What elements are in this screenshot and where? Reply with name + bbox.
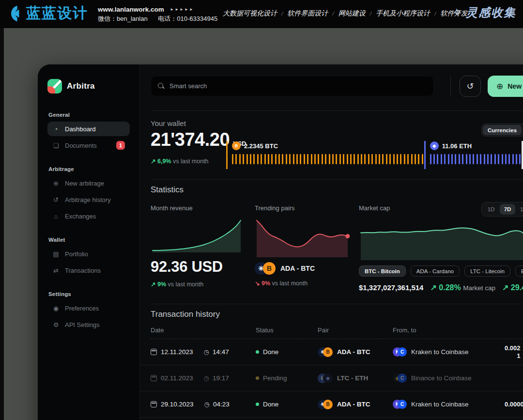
coinbase-coin-icon: C xyxy=(398,373,407,383)
month-revenue-chart xyxy=(151,218,243,252)
table-row-grid: 02.11.2023◷19:17PendingŁ◆LTC - ETH◆CBina… xyxy=(151,365,504,391)
sidebar: Arbitra General◔Dashboard❏Documents1Arbi… xyxy=(38,64,139,420)
sidebar-item-documents[interactable]: ❏Documents1 xyxy=(47,138,130,153)
banner-contact-block: www.lanlanwork.com ►►►►► 微信：ben_lanlan 电… xyxy=(98,4,217,23)
cell-status: Done xyxy=(256,401,318,408)
cell-amount: 0.0000 xyxy=(505,401,523,408)
column-pair: Pair xyxy=(318,327,393,334)
search-input[interactable] xyxy=(169,82,427,90)
cell-pair: ✳BADA - BTC xyxy=(318,347,393,357)
history-button[interactable]: ↺ xyxy=(460,76,481,97)
sidebar-item-dashboard[interactable]: ◔Dashboard xyxy=(47,122,130,136)
month-revenue-delta: 9% vs last month xyxy=(151,280,246,288)
new-arbitrage-icon: ⊕ xyxy=(52,180,60,187)
star-icon: ✧ xyxy=(451,5,463,20)
status-dot-done xyxy=(256,350,259,354)
timeframe-7d[interactable]: 7D xyxy=(500,204,515,215)
pair-coin-icons: ✳B xyxy=(318,347,333,357)
coin-tag-ada[interactable]: ADA - Cardano xyxy=(411,265,460,277)
banner-menu-item[interactable]: 软件界面设计 xyxy=(287,10,328,17)
sidebar-item-portfolio[interactable]: ▤Portfolio xyxy=(47,247,130,261)
banner-menu-item[interactable]: 手机及小程序设计 xyxy=(376,10,430,17)
sidebar-item-api-settings[interactable]: ⚙API Settings xyxy=(47,317,130,332)
market-cap-label: Market cap xyxy=(359,204,390,212)
inspiration-logo[interactable]: ✧ 灵感收集 xyxy=(452,5,516,20)
calendar-icon xyxy=(151,375,157,381)
search-icon xyxy=(158,83,165,90)
table-header: Date Status Pair From, to xyxy=(151,327,519,334)
cell-status: Pending xyxy=(256,374,318,382)
eth-coin-icon: ◆ xyxy=(323,373,333,383)
coinbase-coin-icon: C xyxy=(398,347,407,357)
cell-date: 02.11.2023◷19:17 xyxy=(151,374,256,382)
coin-tag-eth[interactable]: ETH - Ethereum xyxy=(515,265,523,277)
site-logo[interactable]: 蓝蓝设计 xyxy=(5,3,88,23)
sidebar-item-new-arbitrage[interactable]: ⊕New arbitrage xyxy=(47,176,130,190)
timeframe-1d[interactable]: 1D xyxy=(483,204,499,215)
sidebar-item-exchanges[interactable]: ⌂Exchanges xyxy=(47,209,130,223)
menu-separator: / xyxy=(434,10,436,17)
table-row[interactable]: 12.11.2023◷14:47Done✳BADA - BTCKCKraken … xyxy=(140,339,523,365)
cell-amount: 0.0021 xyxy=(505,344,521,360)
segment-ticks xyxy=(430,154,521,164)
btc-coin-icon: B xyxy=(323,400,333,409)
timeframe-switcher[interactable]: 1D7D1M xyxy=(481,202,523,217)
site-url[interactable]: www.lanlanwork.com xyxy=(98,6,164,13)
month-revenue-card: Month revenue 92.36 USD 9% vs last month xyxy=(151,204,246,288)
coin-tag-btc[interactable]: BTC - Bitcoin xyxy=(359,265,406,277)
clock-icon: ◷ xyxy=(204,374,209,382)
status-label: Done xyxy=(263,348,278,356)
site-brand-text: 蓝蓝设计 xyxy=(26,3,88,23)
wallet-segment-eth: ◆11.06 ETH xyxy=(424,141,521,169)
cell-from-to: KCKraken to Coinbase xyxy=(393,400,505,409)
app-logo[interactable]: Arbitra xyxy=(47,79,130,93)
dashboard-icon: ◔ xyxy=(52,125,60,133)
sidebar-item-label: API Settings xyxy=(65,321,100,328)
banner-menu-item[interactable]: 大数据可视化设计 xyxy=(223,10,277,17)
market-cap-card: Market cap 1D7D1M BTC - BitcoinADA - Car… xyxy=(359,204,523,292)
sidebar-item-label: Transactions xyxy=(65,267,101,274)
trending-pairs-label: Trending pairs xyxy=(255,204,352,212)
trend-up-icon: 29.40% xyxy=(502,283,523,292)
status-label: Done xyxy=(263,401,278,408)
wallet-view-toggle[interactable]: CurrenciesExchanges xyxy=(481,124,523,137)
plus-circle-icon: ⊕ xyxy=(496,81,503,92)
documents-icon: ❏ xyxy=(52,142,60,149)
sidebar-item-transactions[interactable]: ⇄Transactions xyxy=(47,263,130,278)
delta-note: vs last month xyxy=(173,158,209,165)
wallet-view-currencies[interactable]: Currencies xyxy=(483,125,522,135)
cell-date: 29.10.2023◷04:23 xyxy=(151,401,256,408)
market-cap-tags[interactable]: BTC - BitcoinADA - CardanoLTC - Litecoin… xyxy=(359,265,523,277)
table-row[interactable]: 02.11.2023◷19:17PendingŁ◆LTC - ETH◆CBina… xyxy=(140,365,523,391)
amount-line: 0.002 xyxy=(505,344,521,352)
cell-pair: Ł◆LTC - ETH xyxy=(318,373,393,383)
sidebar-item-arbitrage-history[interactable]: ↺Arbitrage history xyxy=(47,192,130,207)
table-row[interactable]: 29.10.2023◷04:23Done✳BADA - BTCKCKraken … xyxy=(140,391,523,418)
market-cap-chart xyxy=(359,218,523,260)
trend-down-icon: 9% xyxy=(255,280,270,287)
transaction-history-title: Transaction history xyxy=(151,310,220,319)
new-arbitrage-button[interactable]: ⊕ New arbitrage xyxy=(488,76,523,97)
transactions-icon: ⇄ xyxy=(52,267,60,274)
sidebar-item-preferences[interactable]: ◉Preferences xyxy=(47,301,130,315)
cell-pair: ✳BADA - BTC xyxy=(318,400,393,409)
sidebar-item-label: New arbitrage xyxy=(65,180,104,187)
column-from-to: From, to xyxy=(393,327,505,334)
timeframe-1m[interactable]: 1M xyxy=(516,204,523,215)
coin-tag-ltc[interactable]: LTC - Litecoin xyxy=(464,265,510,277)
pair-value: ADA - BTC xyxy=(337,348,370,356)
dashboard-window: Arbitra General◔Dashboard❏Documents1Arbi… xyxy=(38,64,523,420)
new-arbitrage-label: New arbitrage xyxy=(508,82,523,90)
trending-pairs-delta: 9% vs last month xyxy=(255,280,352,287)
banner-menu-item[interactable]: 网站建设 xyxy=(338,10,366,17)
search-bar[interactable] xyxy=(151,76,434,96)
clock-icon: ◷ xyxy=(204,401,210,408)
status-dot-done xyxy=(256,403,259,406)
trending-pairs-chart xyxy=(255,218,350,257)
time-value: 19:17 xyxy=(213,374,229,382)
eth-solid-coin-icon: ◆ xyxy=(430,141,439,150)
calendar-icon xyxy=(151,401,157,407)
cell-time: ◷19:17 xyxy=(204,374,229,382)
sidebar-item-label: Arbitrage history xyxy=(65,196,111,203)
table-row-grid: 12.11.2023◷14:47Done✳BADA - BTCKCKraken … xyxy=(151,339,504,365)
